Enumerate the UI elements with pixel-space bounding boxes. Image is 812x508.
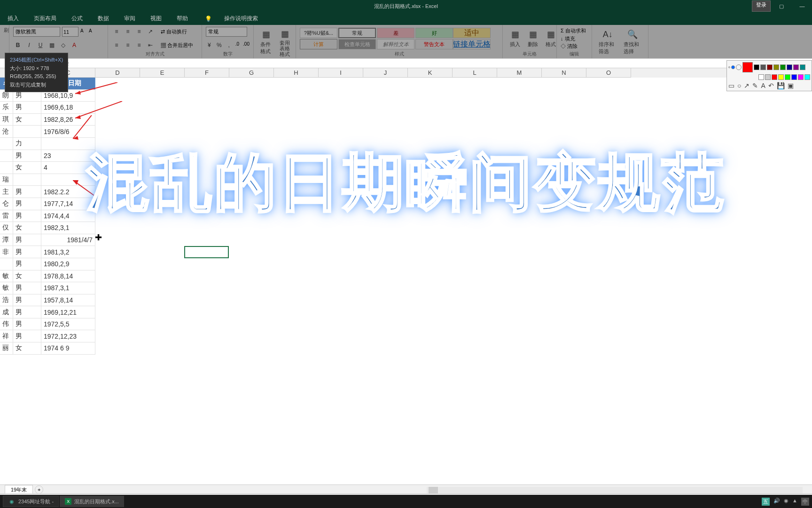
increase-font-icon[interactable]: A [80, 28, 87, 36]
col-header-k[interactable]: K [408, 68, 453, 78]
cell-name[interactable]: 祥 [0, 330, 13, 342]
color-navy[interactable] [787, 64, 792, 70]
style-link[interactable]: 链接单元格 [453, 39, 491, 49]
number-format-select[interactable] [206, 27, 247, 37]
col-header-g[interactable]: G [229, 68, 274, 78]
style-expl[interactable]: 解释性文本 [377, 39, 414, 49]
cell-gender[interactable]: 男 [13, 198, 41, 210]
cell-date[interactable]: 1969,12,21 [41, 306, 95, 318]
cell-name[interactable]: 敏 [0, 270, 13, 283]
cell-name[interactable]: 主 [0, 186, 13, 198]
color-teal[interactable] [800, 64, 805, 70]
cell-gender[interactable]: 男 [13, 258, 41, 270]
increase-decimal-icon[interactable]: .0 [235, 41, 240, 49]
fill-button[interactable]: ↓ 填充 [561, 35, 588, 43]
cell-date[interactable]: 1969,6,18 [41, 102, 95, 114]
cell-date[interactable]: 1982,8,26 [41, 114, 95, 126]
percent-icon[interactable]: % [216, 40, 223, 50]
cell-gender[interactable]: 男 [13, 306, 41, 318]
cell-gender[interactable]: 男 [13, 150, 41, 162]
cell-gender[interactable]: 男 [13, 210, 41, 222]
sheet-tab-active[interactable]: 19年末 [5, 485, 33, 494]
cell-name[interactable]: 沧 [0, 126, 13, 138]
color-green[interactable] [780, 64, 786, 70]
wrap-text-button[interactable]: ⇄ 自动换行 [161, 28, 187, 35]
indent-icon[interactable]: ⇤ [146, 40, 155, 50]
cell-gender[interactable]: 男 [13, 282, 41, 294]
cell-date[interactable]: 1957,8,14 [41, 294, 95, 307]
col-header-i[interactable]: I [319, 68, 363, 78]
col-header-n[interactable]: N [542, 68, 586, 78]
cell-gender[interactable]: 男 [13, 246, 41, 258]
ellipse-tool-icon[interactable]: ○ [737, 82, 741, 89]
cell-date[interactable]: 1974,4,4 [41, 210, 95, 222]
cell-date[interactable]: 1972,12,23 [41, 330, 95, 342]
clear-button[interactable]: ◇ 清除 [561, 42, 588, 50]
save-tool-icon[interactable]: 💾 [777, 82, 785, 89]
cell-name[interactable]: 琪 [0, 114, 13, 126]
cell-gender[interactable]: 女 [13, 222, 41, 234]
arrow-tool-icon[interactable]: ↗ [744, 82, 750, 89]
cell-name[interactable]: 雷 [0, 210, 13, 222]
align-center-icon[interactable]: ≡ [123, 40, 133, 50]
tab-review[interactable]: 审阅 [121, 13, 138, 24]
tab-formulas[interactable]: 公式 [69, 13, 86, 24]
cell-name[interactable] [0, 162, 13, 174]
cell-date[interactable]: 1982.2.2 [41, 186, 95, 198]
cell-date[interactable]: 1982,3,1 [41, 222, 95, 234]
cell-gender[interactable]: 力 [13, 138, 41, 150]
color-gray[interactable] [760, 64, 766, 70]
tab-data[interactable]: 数据 [95, 13, 112, 24]
color-darkred[interactable] [767, 64, 773, 70]
comma-icon[interactable]: , [226, 40, 233, 50]
cell-name[interactable]: 乐 [0, 102, 13, 114]
style-normal[interactable]: 常规 [338, 28, 376, 38]
ribbon-display-icon[interactable]: ▢ [772, 0, 791, 12]
italic-button[interactable]: I [24, 40, 34, 50]
currency-icon[interactable]: ¥ [206, 40, 213, 50]
spreadsheet-grid[interactable]: B C D E F G H I J K L M N O 名 性别 出生日期 朗男… [0, 68, 812, 355]
cell-date[interactable]: 1987,3,1 [41, 282, 95, 294]
cell-date[interactable]: 23 [41, 150, 95, 162]
cell-gender[interactable]: 男 [13, 330, 41, 342]
cell-name[interactable]: 非 [0, 246, 13, 258]
decrease-font-icon[interactable]: A [89, 28, 95, 36]
cell-date[interactable]: 1981,3,2 [41, 246, 95, 258]
tab-layout[interactable]: 页面布局 [31, 13, 59, 24]
color-black[interactable] [754, 64, 759, 70]
color-blue[interactable] [791, 74, 797, 80]
cell-gender[interactable]: 女 [13, 114, 41, 126]
cell-gender[interactable]: 男 [13, 102, 41, 114]
color-red[interactable] [772, 74, 777, 80]
style-good[interactable]: 好 [415, 28, 453, 38]
style-q[interactable]: ?鞯%U鬏&... [300, 28, 337, 38]
align-left-icon[interactable]: ≡ [112, 40, 121, 50]
font-name-select[interactable] [13, 27, 60, 37]
col-header-f[interactable]: F [185, 68, 229, 78]
color-cyan[interactable] [804, 74, 810, 80]
cell-name[interactable]: 丽 [0, 342, 13, 355]
horizontal-scrollbar[interactable] [427, 487, 803, 493]
cell-gender[interactable] [13, 174, 41, 186]
minimize-icon[interactable]: — [792, 0, 812, 12]
cell-name[interactable]: 瑞 [0, 174, 13, 186]
tab-help[interactable]: 帮助 [174, 13, 191, 24]
border-icon[interactable]: ▦ [47, 40, 56, 50]
cell-gender[interactable]: 女 [13, 342, 41, 355]
size-medium-icon[interactable] [731, 65, 735, 69]
cell-gender[interactable]: 男 [13, 318, 41, 331]
cell-date[interactable] [41, 174, 95, 186]
style-warn[interactable]: 警告文本 [415, 39, 453, 49]
tab-insert[interactable]: 插入 [5, 13, 22, 24]
cell-date[interactable]: 1976/8/6 [41, 126, 95, 138]
cell-gender[interactable]: 男 [13, 186, 41, 198]
tray-icon-3[interactable]: ▲ [792, 498, 797, 506]
add-sheet-button[interactable]: + [35, 485, 43, 494]
cell-date[interactable]: 1981/4/7 [41, 234, 95, 246]
cell-gender[interactable]: 男 [13, 294, 41, 307]
tellme-input[interactable]: 操作说明搜索 [221, 13, 261, 24]
cell-name[interactable]: 浩 [0, 294, 13, 307]
cell-name[interactable]: 仑 [0, 198, 13, 210]
cell-date[interactable]: 4 [41, 162, 95, 174]
cell-date[interactable]: 1980,2,9 [41, 258, 95, 270]
